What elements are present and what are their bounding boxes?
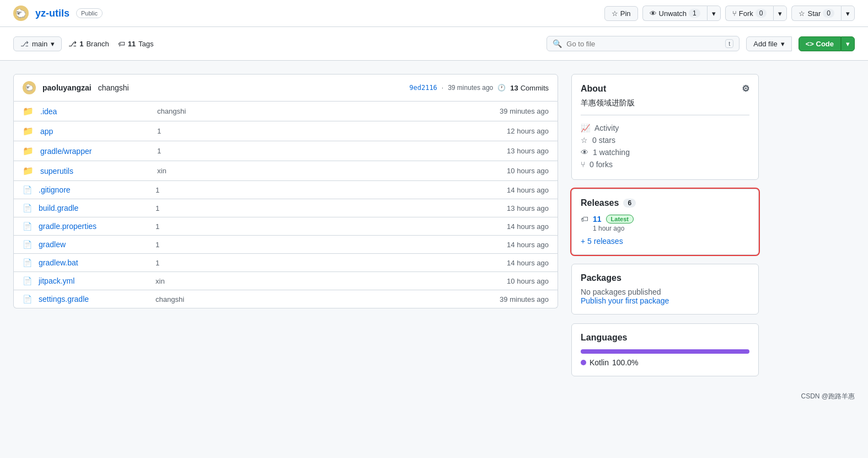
toolbar: ⎇ main ▾ ⎇ 1 Branch 🏷 11 Tags 🔍 t Add fi… xyxy=(0,27,868,61)
about-description: 羊惠领域进阶版 xyxy=(581,98,749,108)
file-commit: changshi xyxy=(156,295,476,303)
commit-author[interactable]: paoluyangzai xyxy=(42,83,92,92)
release-info: 11 Latest 1 hour ago xyxy=(593,215,634,232)
commit-bar: 🐑 paoluyangzai changshi 9ed2116 · 39 min… xyxy=(13,74,558,102)
file-name[interactable]: gradle.properties xyxy=(39,222,149,231)
file-time: 10 hours ago xyxy=(483,167,549,175)
fork-dropdown[interactable]: ▾ xyxy=(773,6,787,21)
table-row: 📄.gitignore114 hours ago xyxy=(14,180,558,199)
repo-avatar: 🐑 xyxy=(13,6,29,21)
table-row: 📁gradle/wrapper113 hours ago xyxy=(14,141,558,161)
fork-button[interactable]: ⑂ Fork 0 xyxy=(725,6,774,21)
about-stars: ☆ 0 stars xyxy=(581,134,749,146)
pin-icon: ☆ xyxy=(612,9,618,18)
file-name[interactable]: gradlew xyxy=(39,240,149,249)
about-forks: ⑂ 0 forks xyxy=(581,158,749,171)
search-shortcut: t xyxy=(725,39,733,48)
fork-count: 0 xyxy=(756,9,767,18)
file-section: 🐑 paoluyangzai changshi 9ed2116 · 39 min… xyxy=(13,74,558,376)
file-time: 14 hours ago xyxy=(483,186,549,194)
file-name[interactable]: .idea xyxy=(40,107,151,116)
sidebar: About ⚙ 羊惠领域进阶版 📈 Activity ☆ 0 stars 👁 1… xyxy=(571,74,759,376)
language-item: Kotlin 100.0% xyxy=(581,358,749,367)
file-name[interactable]: superutils xyxy=(40,167,151,175)
file-name[interactable]: build.gradle xyxy=(39,204,149,212)
commit-hash[interactable]: 9ed2116 xyxy=(409,84,437,92)
languages-section: Languages Kotlin 100.0% xyxy=(571,323,759,376)
file-icon: 📄 xyxy=(23,222,32,231)
file-time: 13 hours ago xyxy=(483,204,549,212)
file-time: 39 minutes ago xyxy=(483,107,549,115)
gear-icon[interactable]: ⚙ xyxy=(742,83,749,94)
no-packages-text: No packages published xyxy=(581,287,749,296)
fork-icon: ⑂ xyxy=(732,9,737,18)
table-row: 📄gradlew.bat114 hours ago xyxy=(14,253,558,271)
folder-icon: 📁 xyxy=(23,106,34,116)
file-time: 14 hours ago xyxy=(483,222,549,231)
main-layout: 🐑 paoluyangzai changshi 9ed2116 · 39 min… xyxy=(0,61,772,390)
commit-avatar: 🐑 xyxy=(23,81,36,94)
file-icon: 📄 xyxy=(23,276,32,285)
search-input[interactable] xyxy=(566,40,721,48)
eye-icon: 👁 xyxy=(650,9,657,18)
about-header: About ⚙ xyxy=(581,83,749,94)
kotlin-dot xyxy=(581,360,586,365)
file-time: 14 hours ago xyxy=(483,241,549,249)
release-item: 🏷 11 Latest 1 hour ago xyxy=(581,215,749,232)
releases-header: Releases 6 xyxy=(581,198,749,208)
add-file-chevron: ▾ xyxy=(781,40,785,48)
language-name: Kotlin xyxy=(590,358,609,367)
star-icon: ☆ xyxy=(799,9,805,18)
stars-icon: ☆ xyxy=(581,136,588,145)
file-commit: 1 xyxy=(156,241,476,249)
file-icon: 📄 xyxy=(23,185,32,194)
file-time: 12 hours ago xyxy=(483,127,549,135)
table-row: 📄settings.gradlechangshi39 minutes ago xyxy=(14,290,558,308)
more-releases-link[interactable]: + 5 releases xyxy=(581,237,749,246)
branch-link[interactable]: ⎇ 1 Branch xyxy=(68,40,109,48)
file-name[interactable]: jitpack.yml xyxy=(39,276,149,285)
star-button[interactable]: ☆ Star 0 xyxy=(791,6,841,21)
file-name[interactable]: app xyxy=(40,127,151,136)
forks-count: 0 forks xyxy=(590,160,613,169)
packages-section: Packages No packages published Publish y… xyxy=(571,264,759,315)
unwatch-button[interactable]: 👁 Unwatch 1 xyxy=(642,6,707,21)
add-file-button[interactable]: Add file ▾ xyxy=(746,36,791,51)
fork-group: ⑂ Fork 0 ▾ xyxy=(725,6,787,21)
file-name[interactable]: gradle/wrapper xyxy=(40,147,151,156)
star-dropdown[interactable]: ▾ xyxy=(841,6,855,21)
commit-count[interactable]: 13 Commits xyxy=(510,84,549,92)
add-file-group: Add file ▾ xyxy=(746,36,791,51)
commit-dot: · xyxy=(442,84,443,92)
pin-button[interactable]: ☆ Pin xyxy=(604,6,638,21)
activity-icon: 📈 xyxy=(581,124,590,132)
star-count: 0 xyxy=(823,9,834,18)
code-button[interactable]: <> Code xyxy=(799,36,841,51)
top-bar-actions: ☆ Pin 👁 Unwatch 1 ▾ ⑂ Fork 0 ▾ ☆ Star 0 xyxy=(604,6,855,21)
release-version[interactable]: 11 xyxy=(593,215,602,223)
file-time: 13 hours ago xyxy=(483,147,549,155)
code-dropdown[interactable]: ▾ xyxy=(841,36,855,51)
tags-link[interactable]: 🏷 11 Tags xyxy=(118,40,154,48)
file-icon: 📄 xyxy=(23,240,32,249)
file-time: 39 minutes ago xyxy=(483,295,549,303)
branch-icon: ⎇ xyxy=(20,40,29,48)
language-percent: 100.0% xyxy=(612,358,638,367)
releases-count: 6 xyxy=(623,199,636,207)
repo-name[interactable]: yz-utils xyxy=(35,8,69,19)
file-name[interactable]: settings.gradle xyxy=(39,295,149,303)
watching-count: 1 watching xyxy=(593,148,630,157)
latest-badge: Latest xyxy=(606,215,634,223)
unwatch-dropdown[interactable]: ▾ xyxy=(707,6,721,21)
branch-selector[interactable]: ⎇ main ▾ xyxy=(13,36,62,51)
about-title: About xyxy=(581,84,606,94)
folder-icon: 📁 xyxy=(23,146,34,156)
table-row: 📁superutilsxin10 hours ago xyxy=(14,161,558,180)
search-box: 🔍 t xyxy=(546,36,740,51)
file-name[interactable]: .gitignore xyxy=(39,185,149,194)
file-name[interactable]: gradlew.bat xyxy=(39,258,149,267)
table-row: 📁.ideachangshi39 minutes ago xyxy=(14,102,558,121)
publish-package-link[interactable]: Publish your first package xyxy=(581,296,669,305)
release-tag-icon: 🏷 xyxy=(581,215,588,223)
table-row: 📁app112 hours ago xyxy=(14,121,558,141)
